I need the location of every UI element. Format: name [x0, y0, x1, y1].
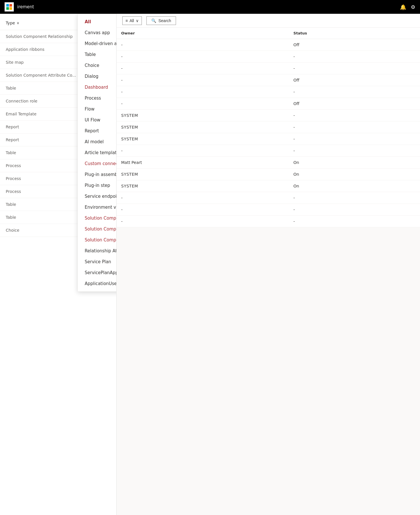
- table-row[interactable]: --: [117, 145, 420, 157]
- dropdown-item[interactable]: Dialog: [78, 71, 117, 82]
- table-row[interactable]: -Off: [117, 74, 420, 86]
- dropdown-item[interactable]: Dashboard: [78, 82, 117, 93]
- table-header: Owner Status: [117, 28, 420, 39]
- table-row[interactable]: SYSTEM-: [117, 121, 420, 133]
- table-row[interactable]: SYSTEMOn: [117, 169, 420, 180]
- cell-owner: -: [117, 74, 289, 86]
- cell-status: Off: [289, 74, 420, 86]
- cell-status: -: [289, 133, 420, 145]
- cell-owner: -: [117, 145, 289, 157]
- cell-owner: -: [117, 39, 289, 51]
- table-body: -Off-----Off---OffSYSTEM-SYSTEM-SYSTEM--…: [117, 39, 420, 227]
- cell-status: On: [289, 157, 420, 169]
- table-row[interactable]: --: [117, 86, 420, 98]
- table-row[interactable]: --: [117, 204, 420, 216]
- cell-owner: SYSTEM: [117, 169, 289, 180]
- dropdown-item[interactable]: Report: [78, 125, 117, 136]
- cell-status: -: [289, 204, 420, 216]
- results-table: Owner Status -Off-----Off---OffSYSTEM-SY…: [117, 28, 420, 227]
- dropdown-item[interactable]: Environment variable: [78, 202, 117, 213]
- svg-rect-2: [6, 7, 9, 10]
- svg-rect-0: [6, 4, 9, 7]
- table-row[interactable]: --: [117, 51, 420, 63]
- cell-owner: -: [117, 98, 289, 110]
- topbar: irement 🔔 ⚙: [0, 0, 420, 14]
- dropdown-item[interactable]: Service endpoint: [78, 191, 117, 202]
- table-row[interactable]: --: [117, 192, 420, 204]
- table-row[interactable]: SYSTEMOn: [117, 180, 420, 192]
- dropdown-item[interactable]: Relationship Attribute: [78, 245, 117, 256]
- cell-owner: -: [117, 86, 289, 98]
- cell-status: -: [289, 216, 420, 227]
- dropdown-item[interactable]: ServicePlanAppModules: [78, 267, 117, 278]
- dropdown-item[interactable]: Choice: [78, 60, 117, 71]
- dropdown-item[interactable]: UI Flow: [78, 115, 117, 125]
- cell-status: -: [289, 145, 420, 157]
- main-layout: Type ∨ Solution Component Relationship A…: [0, 14, 420, 515]
- right-header: ≡ All ∨ 🔍 Search: [117, 14, 420, 28]
- cell-owner: -: [117, 204, 289, 216]
- dropdown-item[interactable]: Service Plan: [78, 256, 117, 267]
- cell-status: -: [289, 121, 420, 133]
- dropdown-item[interactable]: All: [78, 16, 117, 27]
- table-row[interactable]: SYSTEM-: [117, 133, 420, 145]
- cell-owner: SYSTEM: [117, 133, 289, 145]
- right-panel: ≡ All ∨ 🔍 Search Owner Status -Off-----O…: [117, 14, 420, 515]
- search-label: Search: [158, 18, 171, 23]
- topbar-left: irement: [5, 2, 34, 11]
- cell-status: -: [289, 86, 420, 98]
- dropdown-item[interactable]: Solution Component Attribute Configurati…: [78, 213, 117, 224]
- dropdown-item[interactable]: Plug-in assembly: [78, 169, 117, 180]
- filter-label: All: [129, 18, 134, 23]
- dropdown-item[interactable]: Plug-in step: [78, 180, 117, 191]
- dropdown-item[interactable]: Article template: [78, 147, 117, 158]
- dropdown-item[interactable]: ApplicationUser: [78, 278, 117, 289]
- dropdown-item[interactable]: Flow: [78, 104, 117, 115]
- dropdown-scroll: AllCanvas appModel-driven appTableChoice…: [78, 16, 117, 289]
- table-row[interactable]: --: [117, 63, 420, 74]
- chevron-down-icon: ∨: [17, 21, 19, 25]
- cell-owner: SYSTEM: [117, 121, 289, 133]
- gear-icon[interactable]: ⚙: [411, 4, 415, 10]
- cell-status: -: [289, 192, 420, 204]
- dropdown-item[interactable]: Solution Component Relationship Configur…: [78, 235, 117, 245]
- dropdown-item[interactable]: AI model: [78, 136, 117, 147]
- cell-owner: SYSTEM: [117, 180, 289, 192]
- topbar-title: irement: [17, 4, 34, 9]
- cell-owner: -: [117, 192, 289, 204]
- dropdown-item[interactable]: Canvas app: [78, 27, 117, 38]
- bell-icon[interactable]: 🔔: [400, 4, 406, 10]
- filter-chevron-icon: ∨: [136, 18, 139, 23]
- cell-status: -: [289, 110, 420, 121]
- dropdown-items: AllCanvas appModel-driven appTableChoice…: [78, 16, 117, 289]
- dropdown-item[interactable]: Table: [78, 49, 117, 60]
- table-row[interactable]: SYSTEM-: [117, 110, 420, 121]
- cell-owner: SYSTEM: [117, 110, 289, 121]
- cell-status: On: [289, 180, 420, 192]
- svg-rect-3: [9, 7, 12, 10]
- col-status: Status: [289, 28, 420, 39]
- cell-owner: Matt Peart: [117, 157, 289, 169]
- table-row[interactable]: -Off: [117, 39, 420, 51]
- cell-owner: -: [117, 216, 289, 227]
- type-dropdown: AllCanvas appModel-driven appTableChoice…: [78, 14, 117, 292]
- col-owner: Owner: [117, 28, 289, 39]
- app-logo: [5, 2, 14, 11]
- filter-button[interactable]: ≡ All ∨: [122, 16, 142, 25]
- table-row[interactable]: --: [117, 216, 420, 227]
- cell-status: Off: [289, 39, 420, 51]
- table-row[interactable]: Matt PeartOn: [117, 157, 420, 169]
- svg-rect-1: [9, 4, 12, 7]
- table-row[interactable]: -Off: [117, 98, 420, 110]
- cell-status: -: [289, 63, 420, 74]
- cell-owner: -: [117, 63, 289, 74]
- type-filter-label: Type: [6, 21, 15, 25]
- dropdown-item[interactable]: Process: [78, 93, 117, 104]
- search-icon: 🔍: [151, 18, 156, 23]
- filter-lines-icon: ≡: [125, 18, 128, 23]
- dropdown-item[interactable]: Model-driven app: [78, 38, 117, 49]
- dropdown-item[interactable]: Solution Component Configuration: [78, 224, 117, 235]
- cell-status: On: [289, 169, 420, 180]
- dropdown-item[interactable]: Custom connector: [78, 158, 117, 169]
- search-button[interactable]: 🔍 Search: [146, 16, 176, 25]
